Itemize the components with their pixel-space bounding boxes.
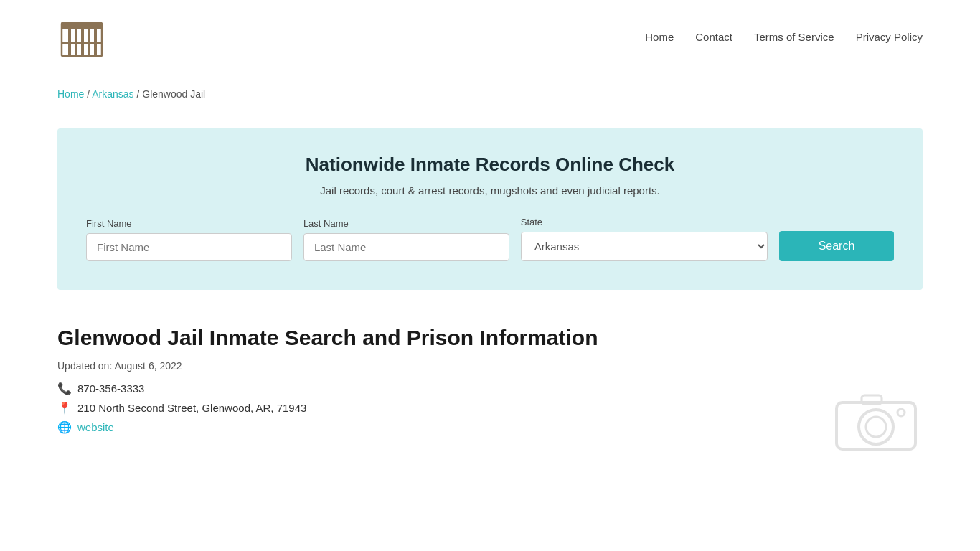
address-text: 210 North Second Street, Glenwood, AR, 7… xyxy=(77,402,306,414)
updated-date: Updated on: August 6, 2022 xyxy=(57,360,923,372)
location-icon: 📍 xyxy=(57,401,72,415)
nav-contact[interactable]: Contact xyxy=(695,31,732,43)
page-title: Glenwood Jail Inmate Search and Prison I… xyxy=(57,326,923,350)
main-content: Glenwood Jail Inmate Search and Prison I… xyxy=(0,311,980,483)
first-name-input[interactable] xyxy=(86,233,292,261)
state-select[interactable]: Arkansas xyxy=(521,232,768,261)
main-nav: Home Contact Terms of Service Privacy Po… xyxy=(645,31,923,44)
search-banner-title: Nationwide Inmate Records Online Check xyxy=(86,154,894,176)
search-form: First Name Last Name State Arkansas Sear… xyxy=(86,217,894,261)
nav-privacy[interactable]: Privacy Policy xyxy=(856,31,923,43)
camera-icon xyxy=(829,382,923,454)
jail-logo-icon xyxy=(57,13,106,62)
search-banner-subtitle: Jail records, court & arrest records, mu… xyxy=(86,184,894,197)
content-wrapper: Glenwood Jail Inmate Search and Prison I… xyxy=(57,326,923,454)
svg-rect-7 xyxy=(62,42,102,44)
search-banner: Nationwide Inmate Records Online Check J… xyxy=(57,128,923,290)
breadcrumb-state[interactable]: Arkansas xyxy=(92,88,133,100)
first-name-label: First Name xyxy=(86,218,292,229)
state-group: State Arkansas xyxy=(521,217,768,261)
svg-point-12 xyxy=(897,409,905,416)
last-name-input[interactable] xyxy=(303,233,509,261)
svg-point-9 xyxy=(859,410,893,444)
phone-number: 870-356-3333 xyxy=(77,382,144,395)
phone-icon: 📞 xyxy=(57,382,72,395)
first-name-group: First Name xyxy=(86,218,292,261)
breadcrumb: Home / Arkansas / Glenwood Jail xyxy=(0,75,980,107)
logo-container xyxy=(57,13,106,62)
website-link[interactable]: website xyxy=(77,421,114,433)
globe-icon: 🌐 xyxy=(57,420,72,434)
nav-home[interactable]: Home xyxy=(645,31,674,43)
last-name-group: Last Name xyxy=(303,218,509,261)
nav-terms[interactable]: Terms of Service xyxy=(754,31,834,43)
camera-placeholder xyxy=(57,382,923,454)
search-button[interactable]: Search xyxy=(779,231,894,261)
breadcrumb-home[interactable]: Home xyxy=(57,88,84,100)
svg-point-10 xyxy=(866,417,886,437)
svg-rect-1 xyxy=(62,23,102,29)
last-name-label: Last Name xyxy=(303,218,509,229)
state-label: State xyxy=(521,217,768,227)
breadcrumb-current: Glenwood Jail xyxy=(142,88,205,100)
site-header: Home Contact Terms of Service Privacy Po… xyxy=(0,0,980,75)
